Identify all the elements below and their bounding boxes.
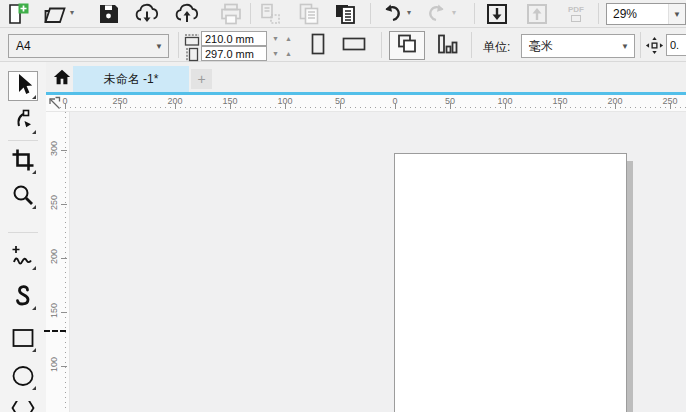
vruler-label: 250: [49, 196, 59, 210]
import-icon: [485, 2, 509, 26]
zoom-dropdown-caret[interactable]: ▼: [668, 4, 685, 24]
redo-button[interactable]: [424, 2, 450, 26]
tool-polygon[interactable]: [8, 400, 38, 412]
undo-icon: [380, 2, 404, 26]
paste-icon: [333, 2, 357, 26]
copy-button[interactable]: [296, 2, 322, 26]
page-size-value: A4: [9, 39, 150, 53]
redo-icon: [425, 2, 449, 26]
open-button[interactable]: [42, 2, 68, 26]
tool-ellipse[interactable]: [8, 362, 38, 392]
toolbar-divider: [474, 3, 475, 24]
tool-artistic-media[interactable]: [8, 282, 38, 312]
drawing-canvas[interactable]: [70, 112, 686, 412]
page-size-caret: ▼: [150, 42, 168, 51]
page-dimensions-button[interactable]: [429, 31, 465, 60]
page-bars-icon: [435, 32, 459, 59]
vruler-label: 200: [49, 250, 59, 264]
copy-icon: [297, 2, 321, 26]
document-tab-active[interactable]: 未命名 -1*: [73, 66, 189, 92]
save-floppy-icon: [97, 2, 121, 26]
units-label: 单位:: [483, 39, 510, 56]
zoom-level-combobox[interactable]: 29% ▼: [606, 3, 686, 25]
open-dropdown-caret[interactable]: ▾: [70, 9, 74, 17]
all-pages-button[interactable]: [389, 31, 425, 60]
export-icon: [525, 2, 549, 26]
units-caret: ▼: [616, 42, 634, 51]
tool-freehand[interactable]: [8, 242, 38, 272]
page-height-input[interactable]: [201, 46, 267, 61]
cloud-upload-icon: [174, 2, 200, 26]
cut-button[interactable]: [257, 2, 283, 26]
nudge-distance-icon: [645, 36, 664, 58]
toolbox-divider: [8, 232, 38, 233]
new-tab-button[interactable]: +: [191, 69, 212, 89]
new-document-icon: [6, 2, 30, 26]
page-height-spinner[interactable]: ▼▲: [269, 46, 295, 60]
page-width-spinner[interactable]: ▼▲: [269, 31, 295, 45]
paste-button[interactable]: [332, 2, 358, 26]
app-window: ▾: [0, 0, 686, 412]
toolbox-divider: [8, 140, 38, 141]
toolbox: [0, 62, 46, 412]
toolbar-divider: [250, 3, 251, 24]
propbar-divider: [381, 32, 382, 58]
pdf-box-glyph: [571, 15, 581, 22]
horizontal-ruler[interactable]: 0 250 200 150 100 50 0 50 100 150 200 25…: [46, 95, 686, 112]
toolbar-divider: [370, 3, 371, 24]
nudge-distance-input[interactable]: [666, 34, 686, 56]
undo-dropdown-caret[interactable]: ▾: [407, 9, 411, 17]
open-folder-icon: [43, 2, 67, 26]
new-tab-plus: +: [197, 72, 205, 86]
ruler-guide-marker: [44, 330, 66, 332]
vruler-label: 100: [49, 358, 59, 372]
propbar-divider: [178, 32, 179, 58]
page-width-input[interactable]: [201, 31, 267, 46]
undo-button[interactable]: [379, 2, 405, 26]
home-icon: [53, 68, 71, 89]
tool-zoom[interactable]: [8, 181, 38, 211]
cloud-download-icon: [134, 2, 160, 26]
tool-shape[interactable]: [8, 106, 38, 136]
standard-toolbar: ▾: [0, 0, 686, 28]
cut-icon: [258, 2, 282, 26]
publish-pdf-button[interactable]: PDF: [560, 2, 592, 26]
document-page[interactable]: [394, 153, 627, 412]
vruler-label: 300: [49, 142, 59, 156]
redo-dropdown-caret[interactable]: ▾: [452, 9, 456, 17]
save-to-cloud-button[interactable]: [174, 2, 200, 26]
hruler-ticks: [60, 107, 686, 108]
polygon-tool-icon: [10, 400, 36, 412]
export-button[interactable]: [524, 2, 550, 26]
print-button[interactable]: [218, 2, 244, 26]
portrait-button[interactable]: [304, 32, 332, 59]
save-button[interactable]: [96, 2, 122, 26]
new-document-button[interactable]: [5, 2, 31, 26]
landscape-button[interactable]: [337, 32, 371, 59]
vertical-ruler[interactable]: 300 250 200 150 100: [46, 112, 70, 412]
document-tab-bar: 未命名 -1* +: [46, 62, 686, 95]
import-button[interactable]: [484, 2, 510, 26]
print-icon: [219, 2, 243, 26]
landscape-icon: [342, 36, 366, 55]
vruler-label: 150: [49, 304, 59, 318]
tool-crop[interactable]: [8, 146, 38, 176]
propbar-divider: [471, 32, 472, 58]
toolbar-divider: [598, 3, 599, 24]
zoom-level-value: 29%: [607, 7, 668, 21]
propbar-divider: [640, 32, 641, 58]
vruler-ticks: [65, 112, 66, 412]
welcome-home-button[interactable]: [52, 68, 72, 88]
units-combobox[interactable]: 毫米 ▼: [521, 34, 635, 58]
page-size-combobox[interactable]: A4 ▼: [8, 34, 169, 58]
portrait-icon: [310, 33, 326, 58]
pdf-label: PDF: [568, 6, 584, 14]
property-bar: A4 ▼ ▼▲ ▼▲: [0, 28, 686, 62]
all-pages-icon: [395, 32, 419, 59]
document-tab-label: 未命名 -1*: [104, 71, 159, 88]
ruler-origin-icon[interactable]: [47, 96, 61, 113]
units-value: 毫米: [522, 38, 616, 55]
tool-pick[interactable]: [8, 71, 38, 101]
tool-rectangle[interactable]: [8, 324, 38, 354]
open-from-cloud-button[interactable]: [134, 2, 160, 26]
